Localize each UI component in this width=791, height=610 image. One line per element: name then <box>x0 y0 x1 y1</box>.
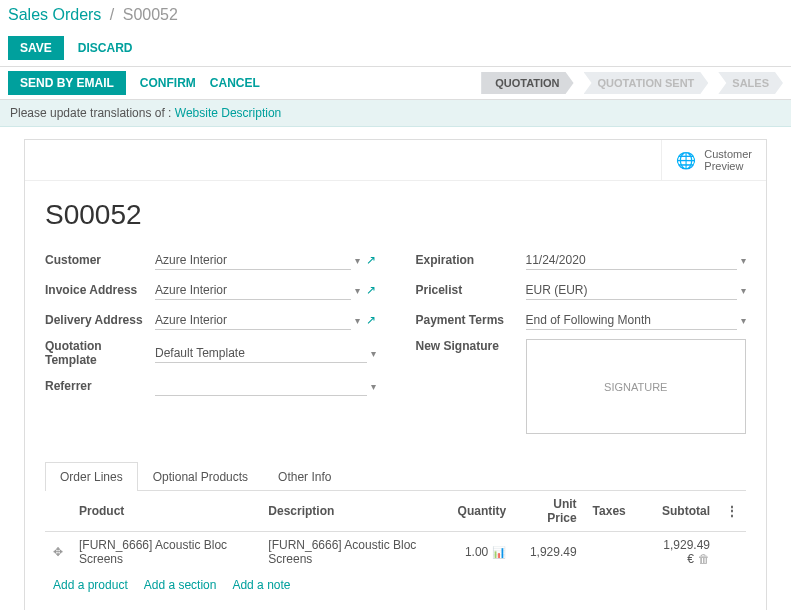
external-link-icon[interactable]: ↗ <box>366 283 376 297</box>
pricelist-input[interactable] <box>526 281 738 300</box>
discard-button[interactable]: DISCARD <box>78 41 133 55</box>
pricelist-label: Pricelist <box>416 283 526 297</box>
payment-terms-input[interactable] <box>526 311 738 330</box>
cell-description[interactable]: [FURN_6666] Acoustic Bloc Screens <box>260 532 449 573</box>
form-sheet: 🌐 Customer Preview S00052 Customer ▾ ↗ <box>24 139 767 610</box>
preview-label-2: Preview <box>704 160 752 172</box>
breadcrumb: Sales Orders / S00052 <box>0 0 791 30</box>
cell-unit-price[interactable]: 1,929.49 <box>514 532 584 573</box>
graph-icon[interactable]: 📊 <box>492 546 506 558</box>
add-note-link[interactable]: Add a note <box>232 578 290 592</box>
breadcrumb-current: S00052 <box>123 6 178 23</box>
chevron-down-icon[interactable]: ▾ <box>741 255 746 266</box>
col-subtotal: Subtotal <box>634 491 718 532</box>
col-description: Description <box>260 491 449 532</box>
delivery-address-label: Delivery Address <box>45 313 155 327</box>
trash-icon[interactable]: 🗑 <box>698 552 710 566</box>
chevron-down-icon[interactable]: ▾ <box>371 381 376 392</box>
referrer-input[interactable] <box>155 377 367 396</box>
col-quantity: Quantity <box>450 491 515 532</box>
chevron-down-icon[interactable]: ▾ <box>741 315 746 326</box>
invoice-address-label: Invoice Address <box>45 283 155 297</box>
add-product-link[interactable]: Add a product <box>53 578 128 592</box>
expiration-label: Expiration <box>416 253 526 267</box>
table-row[interactable]: ✥ [FURN_6666] Acoustic Bloc Screens [FUR… <box>45 532 746 573</box>
globe-icon: 🌐 <box>676 151 696 170</box>
chevron-down-icon[interactable]: ▾ <box>355 255 360 266</box>
send-email-button[interactable]: SEND BY EMAIL <box>8 71 126 95</box>
signature-label: New Signature <box>416 339 526 353</box>
preview-label-1: Customer <box>704 148 752 160</box>
signature-pad[interactable]: SIGNATURE <box>526 339 747 434</box>
chevron-down-icon[interactable]: ▾ <box>741 285 746 296</box>
translation-link[interactable]: Website Description <box>175 106 282 120</box>
topbar: SAVE DISCARD <box>0 30 791 66</box>
quotation-template-input[interactable] <box>155 344 367 363</box>
stage-sales-order[interactable]: SALES <box>718 72 783 94</box>
terms-input[interactable]: Terms and conditions... <box>45 598 746 610</box>
expiration-input[interactable] <box>526 251 738 270</box>
cell-taxes[interactable] <box>585 532 634 573</box>
referrer-label: Referrer <box>45 379 155 393</box>
col-product: Product <box>71 491 260 532</box>
cell-quantity[interactable]: 1.00📊 <box>450 532 515 573</box>
payment-terms-label: Payment Terms <box>416 313 526 327</box>
translation-banner: Please update translations of : Website … <box>0 100 791 127</box>
chevron-down-icon[interactable]: ▾ <box>355 315 360 326</box>
delivery-address-input[interactable] <box>155 311 351 330</box>
order-title: S00052 <box>45 199 746 231</box>
tab-optional-products[interactable]: Optional Products <box>138 462 263 491</box>
breadcrumb-root[interactable]: Sales Orders <box>8 6 101 23</box>
tabs: Order Lines Optional Products Other Info <box>45 462 746 491</box>
drag-handle-icon[interactable]: ✥ <box>53 545 63 559</box>
col-taxes: Taxes <box>585 491 634 532</box>
external-link-icon[interactable]: ↗ <box>366 313 376 327</box>
cell-subtotal: 1,929.49 €🗑 <box>634 532 718 573</box>
cell-product[interactable]: [FURN_6666] Acoustic Bloc Screens <box>71 532 260 573</box>
stage-quotation-sent[interactable]: QUOTATION SENT <box>584 72 709 94</box>
breadcrumb-sep: / <box>110 6 114 23</box>
save-button[interactable]: SAVE <box>8 36 64 60</box>
stage-quotation[interactable]: QUOTATION <box>481 72 573 94</box>
customer-input[interactable] <box>155 251 351 270</box>
chevron-down-icon[interactable]: ▾ <box>371 348 376 359</box>
translation-text: Please update translations of : <box>10 106 175 120</box>
invoice-address-input[interactable] <box>155 281 351 300</box>
chevron-down-icon[interactable]: ▾ <box>355 285 360 296</box>
cancel-button[interactable]: CANCEL <box>210 76 260 90</box>
tab-order-lines[interactable]: Order Lines <box>45 462 138 491</box>
customer-preview-button[interactable]: 🌐 Customer Preview <box>661 140 766 180</box>
quotation-template-label: Quotation Template <box>45 339 155 367</box>
col-unit-price: Unit Price <box>514 491 584 532</box>
tab-other-info[interactable]: Other Info <box>263 462 346 491</box>
col-menu: ⋮ <box>718 491 746 532</box>
external-link-icon[interactable]: ↗ <box>366 253 376 267</box>
confirm-button[interactable]: CONFIRM <box>140 76 196 90</box>
add-section-link[interactable]: Add a section <box>144 578 217 592</box>
statusbar: SEND BY EMAIL CONFIRM CANCEL QUOTATION Q… <box>0 66 791 100</box>
order-lines-table: Product Description Quantity Unit Price … <box>45 491 746 572</box>
customer-label: Customer <box>45 253 155 267</box>
